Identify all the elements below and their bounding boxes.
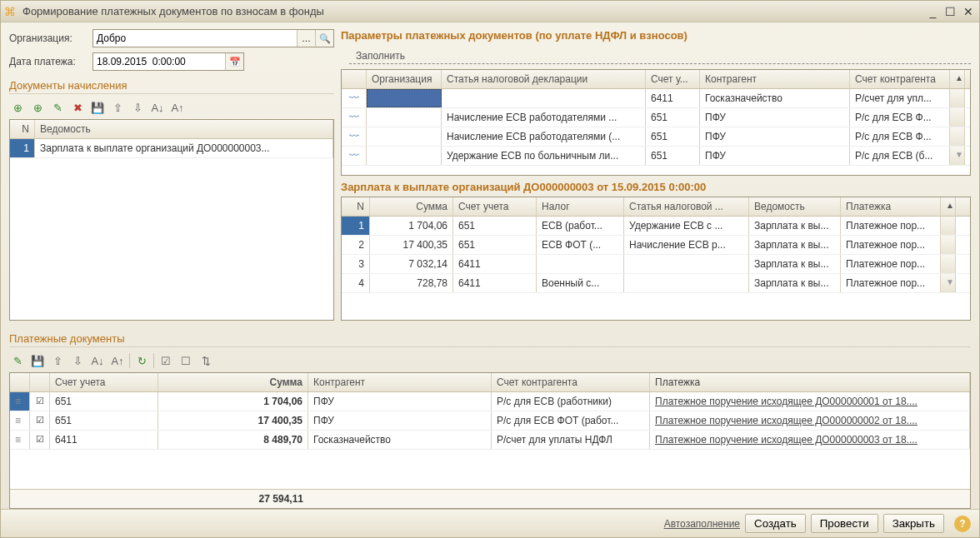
pay-cell-link[interactable]: Платежное поручение исходящее ДО00000000… xyxy=(650,392,970,411)
salary-scroll-down[interactable] xyxy=(941,217,956,235)
close-button[interactable]: ✕ xyxy=(961,5,976,18)
payments-total: 27 594,11 xyxy=(158,490,308,508)
payments-row[interactable]: ≡☑65117 400,35ПФУР/с для ЕСВ ФОТ (работ.… xyxy=(10,411,970,431)
delete-button[interactable]: ✖ xyxy=(69,99,86,116)
pay-checkbox[interactable]: ☑ xyxy=(30,392,50,411)
payments-row[interactable]: ≡☑6511 704,06ПФУР/с для ЕСВ (работники)П… xyxy=(10,392,970,411)
help-button[interactable]: ? xyxy=(954,516,971,532)
salary-scroll-down[interactable] xyxy=(941,255,956,273)
salary-scroll-down[interactable]: ▼ xyxy=(941,274,956,292)
params-row[interactable]: 〰Удержание ЕСВ по больничным ли...651ПФУ… xyxy=(342,147,970,166)
params-scroll-down[interactable] xyxy=(950,127,965,146)
pay-col-pay[interactable]: Платежка xyxy=(650,373,970,391)
pay-col-acc[interactable]: Счет учета xyxy=(50,373,158,391)
pay-checkbox[interactable]: ☑ xyxy=(30,411,50,430)
salary-scroll-down[interactable] xyxy=(941,236,956,254)
org-search-button[interactable]: 🔍 xyxy=(315,30,333,47)
accrual-col-n[interactable]: N xyxy=(10,120,35,138)
pay-uncheckall-button[interactable]: ☐ xyxy=(178,352,194,369)
edit-button[interactable]: ✎ xyxy=(49,99,66,116)
params-scroll-down[interactable] xyxy=(950,108,965,127)
params-col-cacc[interactable]: Счет контрагента xyxy=(850,70,950,88)
params-cell-org xyxy=(367,147,442,165)
salary-col-acc[interactable]: Счет учета xyxy=(453,197,537,216)
params-col-stat[interactable]: Статья налоговой декларации xyxy=(442,70,646,88)
pay-col-marker xyxy=(10,373,30,391)
org-input-group: … 🔍 xyxy=(92,29,334,47)
salary-col-pay[interactable]: Платежка xyxy=(841,197,941,216)
salary-scroll-up[interactable]: ▲ xyxy=(941,197,956,216)
pay-cell-link[interactable]: Платежное поручение исходящее ДО00000000… xyxy=(650,431,970,449)
salary-row[interactable]: 37 032,146411Зарплата к вы...Платежное п… xyxy=(342,255,970,274)
salary-cell-ved: Зарплата к вы... xyxy=(749,236,841,254)
pay-down-button[interactable]: ⇩ xyxy=(69,352,86,369)
add-copy-button[interactable]: ⊕ xyxy=(29,99,46,116)
pay-cell-ctr: ПФУ xyxy=(308,411,492,430)
params-scroll-down[interactable]: ▼ xyxy=(950,147,965,165)
pay-edit-button[interactable]: ✎ xyxy=(9,352,26,369)
params-row[interactable]: 〰Начисление ЕСВ работодателями ...651ПФУ… xyxy=(342,108,970,127)
salary-row[interactable]: 217 400,35651ЕСВ ФОТ (...Начисление ЕСВ … xyxy=(342,236,970,255)
pay-col-sum[interactable]: Сумма xyxy=(158,373,308,391)
date-input[interactable] xyxy=(93,53,225,70)
salary-col-ved[interactable]: Ведомость xyxy=(749,197,841,216)
pay-checkbox[interactable]: ☑ xyxy=(30,431,50,449)
fill-button[interactable]: Заполнить xyxy=(349,48,971,64)
params-col-ctr[interactable]: Контрагент xyxy=(700,70,850,88)
accrual-grid[interactable]: N Ведомость 1 Зарплата к выплате организ… xyxy=(9,119,334,321)
params-col-acc[interactable]: Счет у... xyxy=(646,70,700,88)
move-down-button[interactable]: ⇩ xyxy=(129,99,146,116)
add-button[interactable]: ⊕ xyxy=(9,99,26,116)
pay-sort-asc[interactable]: A↓ xyxy=(89,352,106,369)
pay-checkall-button[interactable]: ☑ xyxy=(158,352,174,369)
salary-col-tax[interactable]: Налог xyxy=(537,197,624,216)
params-row[interactable]: 〰Начисление ЕСВ работодателями (...651ПФ… xyxy=(342,127,970,147)
pay-up-button[interactable]: ⇧ xyxy=(49,352,66,369)
salary-col-n[interactable]: N xyxy=(342,197,370,216)
params-scroll-up[interactable]: ▲ xyxy=(950,70,965,88)
params-cell-cacc: Р/с для ЕСВ (б... xyxy=(850,147,950,165)
close-form-button[interactable]: Закрыть xyxy=(883,514,944,533)
titlebar: ⌘ Формирование платежных документов по в… xyxy=(1,1,979,22)
window-title: Формирование платежных документов по взн… xyxy=(22,5,925,17)
org-input[interactable] xyxy=(93,30,297,47)
pay-save-button[interactable]: 💾 xyxy=(29,352,46,369)
params-cell-cacc: Р/с для ЕСВ Ф... xyxy=(850,127,950,146)
pay-col-cacc[interactable]: Счет контрагента xyxy=(492,373,650,391)
params-scroll-down[interactable] xyxy=(950,89,965,107)
salary-row[interactable]: 4728,786411Военный с...Зарплата к вы...П… xyxy=(342,274,970,293)
payments-grid[interactable]: Счет учета Сумма Контрагент Счет контраг… xyxy=(9,372,971,509)
autofill-link[interactable]: Автозаполнение xyxy=(664,518,740,530)
date-picker-button[interactable]: 📅 xyxy=(225,53,243,70)
params-row[interactable]: 〰6411ГосказначействоР/счет для упл... xyxy=(342,89,970,108)
create-button[interactable]: Создать xyxy=(745,514,806,533)
pay-refresh-button[interactable]: ↻ xyxy=(133,352,150,369)
move-up-button[interactable]: ⇧ xyxy=(109,99,126,116)
salary-grid[interactable]: N Сумма Счет учета Налог Статья налогово… xyxy=(341,197,971,321)
salary-col-sum[interactable]: Сумма xyxy=(370,197,453,216)
pay-col-ctr[interactable]: Контрагент xyxy=(308,373,492,391)
sort-asc-button[interactable]: A↓ xyxy=(149,99,166,116)
salary-cell-sum: 728,78 xyxy=(370,274,453,292)
pay-cell-cacc: Р/с для ЕСВ ФОТ (работ... xyxy=(492,411,650,430)
accrual-col-ved[interactable]: Ведомость xyxy=(35,120,333,138)
sort-desc-button[interactable]: A↑ xyxy=(169,99,186,116)
pay-toggle-button[interactable]: ⇅ xyxy=(198,352,214,369)
params-col-org[interactable]: Организация xyxy=(367,70,442,88)
payments-section: Платежные документы ✎ 💾 ⇧ ⇩ A↓ A↑ ↻ ☑ ☐ … xyxy=(9,329,971,509)
accrual-row[interactable]: 1 Зарплата к выплате организаций ДО00000… xyxy=(10,139,333,158)
salary-col-stat[interactable]: Статья налоговой ... xyxy=(624,197,749,216)
pay-cell-link[interactable]: Платежное поручение исходящее ДО00000000… xyxy=(650,411,970,430)
params-grid[interactable]: Организация Статья налоговой декларации … xyxy=(341,69,971,176)
minimize-button[interactable]: _ xyxy=(925,5,940,18)
org-select-button[interactable]: … xyxy=(297,30,315,47)
pay-cell-cacc: Р/с для ЕСВ (работники) xyxy=(492,392,650,411)
pay-cell-acc: 6411 xyxy=(50,431,158,449)
right-panel: Параметры платежных документов (по уплат… xyxy=(341,29,971,321)
payments-row[interactable]: ≡☑64118 489,70ГосказначействоР/счет для … xyxy=(10,431,970,450)
maximize-button[interactable]: ☐ xyxy=(943,5,958,18)
salary-row[interactable]: 11 704,06651ЕСВ (работ...Удержание ЕСВ с… xyxy=(342,217,970,236)
post-button[interactable]: Провести xyxy=(811,514,878,533)
save-button[interactable]: 💾 xyxy=(89,99,106,116)
pay-sort-desc[interactable]: A↑ xyxy=(109,352,126,369)
